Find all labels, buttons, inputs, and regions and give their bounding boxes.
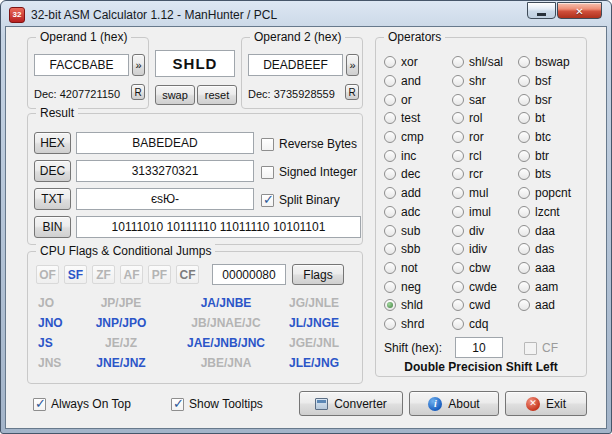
operator-sub[interactable]: sub <box>384 221 424 240</box>
operator-and[interactable]: and <box>384 72 424 91</box>
operator-label: idiv <box>469 242 487 256</box>
operator-shrd[interactable]: shrd <box>384 315 424 334</box>
operator-label: rcr <box>469 167 483 181</box>
operator-or[interactable]: or <box>384 90 424 109</box>
operand2-history-button[interactable]: » <box>346 54 359 76</box>
flag-cf[interactable]: CF <box>176 265 199 284</box>
operator-rol[interactable]: rol <box>452 109 503 128</box>
exit-button[interactable]: Exit <box>505 391 587 416</box>
dec-button[interactable]: DEC <box>34 160 71 182</box>
about-button[interactable]: About <box>409 391 499 416</box>
operator-aam[interactable]: aam <box>518 277 571 296</box>
flag-row: OFSFZFAFPFCF <box>36 265 199 284</box>
operator-das[interactable]: das <box>518 240 571 259</box>
reverse-bytes-checkbox[interactable]: Reverse Bytes <box>261 136 357 152</box>
operator-test[interactable]: test <box>384 109 424 128</box>
flag-sf[interactable]: SF <box>64 265 87 284</box>
operator-popcnt[interactable]: popcnt <box>518 184 571 203</box>
operator-lzcnt[interactable]: lzcnt <box>518 203 571 222</box>
operand1-history-button[interactable]: » <box>132 54 145 76</box>
operator-shld[interactable]: shld <box>384 296 424 315</box>
operator-cbw[interactable]: cbw <box>452 259 503 278</box>
operand2-random-button[interactable]: R <box>345 84 359 100</box>
reset-button[interactable]: reset <box>197 85 237 105</box>
exit-button-label: Exit <box>546 397 566 411</box>
dec-value-field[interactable] <box>76 160 254 182</box>
flag-pf[interactable]: PF <box>148 265 171 284</box>
operator-cwd[interactable]: cwd <box>452 296 503 315</box>
flags-value-field[interactable] <box>212 264 286 285</box>
operand1-group-label: Operand 1 (hex) <box>36 30 131 44</box>
radio-icon <box>384 112 396 124</box>
operator-label: aad <box>535 298 555 312</box>
operator-description: Double Precision Shift Left <box>376 360 586 374</box>
operand2-group: Operand 2 (hex) » Dec: 3735928559 R <box>241 37 363 109</box>
operator-bts[interactable]: bts <box>518 165 571 184</box>
always-on-top-checkbox[interactable]: Always On Top <box>33 396 131 412</box>
radio-icon <box>384 262 396 274</box>
operator-ror[interactable]: ror <box>452 128 503 147</box>
hex-button[interactable]: HEX <box>34 132 71 154</box>
jump-je-jz: JE/JZ <box>79 336 163 351</box>
signed-integer-checkbox[interactable]: Signed Integer <box>261 164 357 180</box>
operator-aad[interactable]: aad <box>518 296 571 315</box>
operand2-input[interactable] <box>248 54 343 76</box>
operator-neg[interactable]: neg <box>384 277 424 296</box>
bin-value-field[interactable] <box>76 216 361 238</box>
operator-bswap[interactable]: bswap <box>518 53 571 72</box>
show-tooltips-checkbox[interactable]: Show Tooltips <box>171 396 263 412</box>
operator-adc[interactable]: adc <box>384 203 424 222</box>
txt-button[interactable]: TXT <box>34 188 71 210</box>
operator-bt[interactable]: bt <box>518 109 571 128</box>
flag-af[interactable]: AF <box>120 265 143 284</box>
converter-button[interactable]: Converter <box>299 391 403 416</box>
operator-rcr[interactable]: rcr <box>452 165 503 184</box>
split-binary-checkbox[interactable]: Split Binary <box>261 192 340 208</box>
operator-cmp[interactable]: cmp <box>384 128 424 147</box>
operand1-dec-value: Dec: 4207721150 <box>34 88 120 100</box>
operator-not[interactable]: not <box>384 259 424 278</box>
operator-btc[interactable]: btc <box>518 128 571 147</box>
flags-button[interactable]: Flags <box>292 264 344 285</box>
operator-label: bt <box>535 111 545 125</box>
operator-dec[interactable]: dec <box>384 165 424 184</box>
radio-icon <box>518 131 530 143</box>
operator-shl-sal[interactable]: shl/sal <box>452 53 503 72</box>
operator-btr[interactable]: btr <box>518 146 571 165</box>
operator-label: ror <box>469 130 484 144</box>
bin-button[interactable]: BIN <box>34 216 71 238</box>
operator-cdq[interactable]: cdq <box>452 315 503 334</box>
operator-bsf[interactable]: bsf <box>518 72 571 91</box>
close-button[interactable] <box>557 2 602 19</box>
operator-sar[interactable]: sar <box>452 90 503 109</box>
operator-label: cwde <box>469 280 497 294</box>
checkbox-box <box>261 166 274 179</box>
shift-cf-checkbox[interactable]: CF <box>524 340 558 356</box>
txt-value-field[interactable] <box>76 188 254 210</box>
operator-imul[interactable]: imul <box>452 203 503 222</box>
flag-zf[interactable]: ZF <box>92 265 115 284</box>
operator-daa[interactable]: daa <box>518 221 571 240</box>
flag-of[interactable]: OF <box>36 265 59 284</box>
operator-div[interactable]: div <box>452 221 503 240</box>
operator-mul[interactable]: mul <box>452 184 503 203</box>
operator-add[interactable]: add <box>384 184 424 203</box>
operand1-random-button[interactable]: R <box>131 84 145 100</box>
operator-sbb[interactable]: sbb <box>384 240 424 259</box>
operator-rcl[interactable]: rcl <box>452 146 503 165</box>
operand1-input[interactable] <box>34 54 129 76</box>
operator-xor[interactable]: xor <box>384 53 424 72</box>
operator-shr[interactable]: shr <box>452 72 503 91</box>
operator-label: btc <box>535 130 551 144</box>
operator-aaa[interactable]: aaa <box>518 259 571 278</box>
operator-cwde[interactable]: cwde <box>452 277 503 296</box>
operator-bsr[interactable]: bsr <box>518 90 571 109</box>
title-bar[interactable]: 32 32-bit ASM Calculator 1.12 - ManHunte… <box>5 4 607 26</box>
shift-input[interactable] <box>455 337 503 358</box>
operator-inc[interactable]: inc <box>384 146 424 165</box>
hex-value-field[interactable] <box>76 132 254 154</box>
swap-button[interactable]: swap <box>155 85 195 105</box>
radio-icon <box>384 206 396 218</box>
operator-idiv[interactable]: idiv <box>452 240 503 259</box>
minimize-button[interactable] <box>527 2 556 19</box>
